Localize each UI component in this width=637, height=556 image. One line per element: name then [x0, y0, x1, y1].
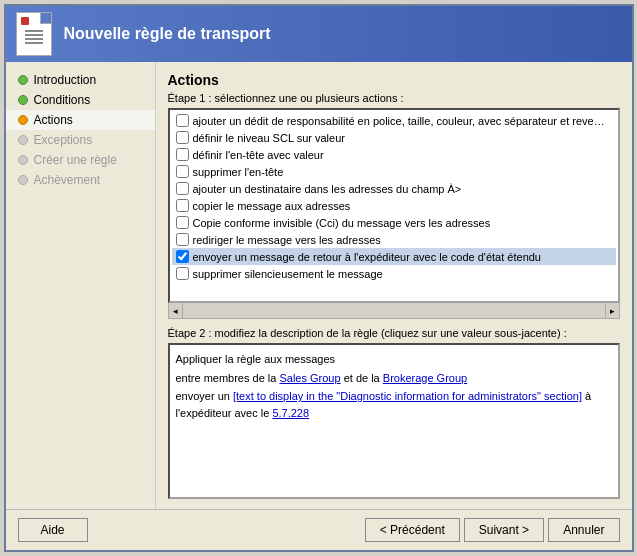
- checkbox-label-cb5: ajouter un destinataire dans les adresse…: [193, 183, 462, 195]
- dialog-title: Nouvelle règle de transport: [64, 25, 271, 43]
- checkbox-item[interactable]: Copie conforme invisible (Cci) du messag…: [172, 214, 616, 231]
- checkbox-label-cb7: Copie conforme invisible (Cci) du messag…: [193, 217, 491, 229]
- main-panel: Actions Étape 1 : sélectionnez une ou pl…: [156, 62, 632, 509]
- sidebar: Introduction Conditions Actions Exceptio…: [6, 62, 156, 509]
- checkbox-item[interactable]: copier le message aux adresses: [172, 197, 616, 214]
- content-area: Introduction Conditions Actions Exceptio…: [6, 62, 632, 509]
- dot-gray-icon: [18, 155, 28, 165]
- scroll-right-btn[interactable]: ▸: [605, 303, 619, 318]
- checkbox-item[interactable]: envoyer un message de retour à l'expédit…: [172, 248, 616, 265]
- title-bar: Nouvelle règle de transport: [6, 6, 632, 62]
- help-button[interactable]: Aide: [18, 518, 88, 542]
- title-icon-line: [25, 30, 43, 32]
- scroll-left-btn[interactable]: ◂: [169, 303, 183, 318]
- checkbox-item[interactable]: supprimer l'en-tête: [172, 163, 616, 180]
- checkbox-input-cb2[interactable]: [176, 131, 189, 144]
- checkbox-input-cb8[interactable]: [176, 233, 189, 246]
- step1-label: Étape 1 : sélectionnez une ou plusieurs …: [168, 92, 620, 104]
- nav-buttons: < Précédent Suivant > Annuler: [365, 518, 620, 542]
- sidebar-item-conditions[interactable]: Conditions: [6, 90, 155, 110]
- checkbox-input-cb10[interactable]: [176, 267, 189, 280]
- sidebar-label-creer-regle: Créer une règle: [34, 153, 117, 167]
- checkbox-label-cb1: ajouter un dédit de responsabilité en po…: [193, 115, 605, 127]
- h-scroll-track: [183, 303, 605, 318]
- checkbox-label-cb3: définir l'en-tête avec valeur: [193, 149, 324, 161]
- checkbox-label-cb9: envoyer un message de retour à l'expédit…: [193, 251, 541, 263]
- step2-line3: envoyer un [text to display in the "Diag…: [176, 388, 612, 421]
- dot-gray-icon: [18, 135, 28, 145]
- step2-line1: Appliquer la règle aux messages: [176, 351, 612, 368]
- sidebar-item-introduction[interactable]: Introduction: [6, 70, 155, 90]
- checkbox-item[interactable]: ajouter un destinataire dans les adresse…: [172, 180, 616, 197]
- checkbox-item[interactable]: définir le niveau SCL sur valeur: [172, 129, 616, 146]
- sidebar-item-creer-regle: Créer une règle: [6, 150, 155, 170]
- checkbox-label-cb8: rediriger le message vers les adresses: [193, 234, 381, 246]
- checkbox-input-cb3[interactable]: [176, 148, 189, 161]
- section-title: Actions: [168, 72, 620, 88]
- error-code-link[interactable]: 5.7.228: [272, 407, 309, 419]
- checkbox-item[interactable]: supprimer silencieusement le message: [172, 265, 616, 282]
- checkbox-item[interactable]: rediriger le message vers les adresses: [172, 231, 616, 248]
- step2-label: Étape 2 : modifiez la description de la …: [168, 327, 620, 339]
- step2-line2-pre: entre membres de la: [176, 372, 280, 384]
- sidebar-label-exceptions: Exceptions: [34, 133, 93, 147]
- sidebar-label-achevement: Achèvement: [34, 173, 101, 187]
- step2-line3-pre: envoyer un: [176, 390, 233, 402]
- title-icon-line: [25, 42, 43, 44]
- prev-button[interactable]: < Précédent: [365, 518, 460, 542]
- checkbox-list-container: ajouter un dédit de responsabilité en po…: [168, 108, 620, 303]
- checkbox-item[interactable]: ajouter un dédit de responsabilité en po…: [172, 112, 616, 129]
- dot-green-icon: [18, 95, 28, 105]
- checkbox-input-cb6[interactable]: [176, 199, 189, 212]
- h-scrollbar[interactable]: ◂ ▸: [168, 303, 620, 319]
- dialog: Nouvelle règle de transport Introduction…: [4, 4, 634, 552]
- sales-group-link[interactable]: Sales Group: [279, 372, 340, 384]
- step2-line2-mid: et de la: [341, 372, 383, 384]
- checkbox-label-cb10: supprimer silencieusement le message: [193, 268, 383, 280]
- cancel-button[interactable]: Annuler: [548, 518, 619, 542]
- checkbox-input-cb5[interactable]: [176, 182, 189, 195]
- sidebar-label-introduction: Introduction: [34, 73, 97, 87]
- checkbox-input-cb9[interactable]: [176, 250, 189, 263]
- checkbox-input-cb7[interactable]: [176, 216, 189, 229]
- diagnostic-info-link[interactable]: [text to display in the "Diagnostic info…: [233, 390, 582, 402]
- title-icon-line: [25, 34, 43, 36]
- dot-orange-icon: [18, 115, 28, 125]
- checkbox-label-cb2: définir le niveau SCL sur valeur: [193, 132, 345, 144]
- checkbox-input-cb4[interactable]: [176, 165, 189, 178]
- checkbox-item[interactable]: définir l'en-tête avec valeur: [172, 146, 616, 163]
- checkbox-input-cb1[interactable]: [176, 114, 189, 127]
- dot-green-icon: [18, 75, 28, 85]
- checkbox-label-cb4: supprimer l'en-tête: [193, 166, 284, 178]
- checkbox-label-cb6: copier le message aux adresses: [193, 200, 351, 212]
- footer: Aide < Précédent Suivant > Annuler: [6, 509, 632, 550]
- checkbox-list[interactable]: ajouter un dédit de responsabilité en po…: [170, 110, 618, 301]
- step2-container: Étape 2 : modifiez la description de la …: [168, 327, 620, 499]
- dot-gray-icon: [18, 175, 28, 185]
- next-button[interactable]: Suivant >: [464, 518, 544, 542]
- brokerage-group-link[interactable]: Brokerage Group: [383, 372, 467, 384]
- title-icon-line: [25, 38, 43, 40]
- sidebar-label-conditions: Conditions: [34, 93, 91, 107]
- sidebar-item-achevement: Achèvement: [6, 170, 155, 190]
- step2-line2: entre membres de la Sales Group et de la…: [176, 370, 612, 387]
- sidebar-item-exceptions: Exceptions: [6, 130, 155, 150]
- sidebar-item-actions[interactable]: Actions: [6, 110, 155, 130]
- step2-text-area: Appliquer la règle aux messages entre me…: [168, 343, 620, 499]
- title-icon-red: [21, 17, 29, 25]
- sidebar-label-actions: Actions: [34, 113, 73, 127]
- title-icon: [16, 12, 52, 56]
- title-icon-lines: [25, 30, 43, 44]
